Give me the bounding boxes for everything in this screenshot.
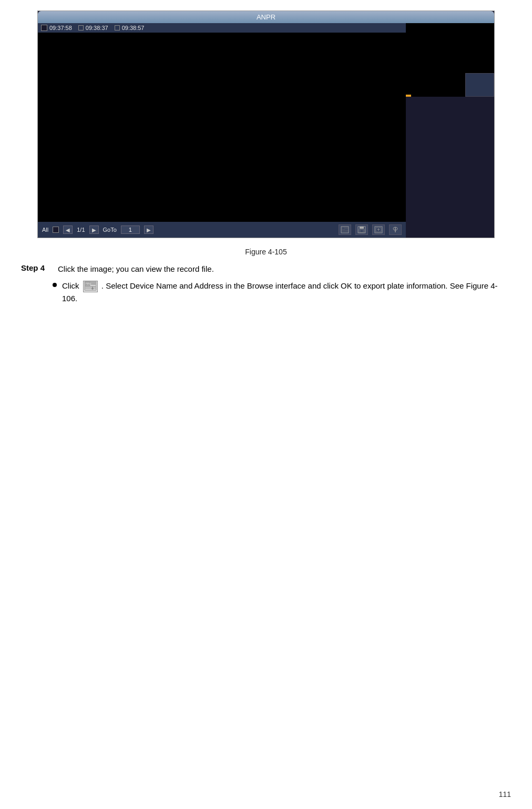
bullet-section: Click 001 . Select Device Name and xyxy=(53,280,511,305)
anpr-interface: ANPR 09:37:58 09:38:37 xyxy=(37,11,495,238)
goto-label: GoTo xyxy=(103,227,117,233)
export-icon[interactable] xyxy=(372,224,385,235)
sidebar-bottom xyxy=(406,97,494,238)
ocr-export-inline-icon[interactable]: 001 xyxy=(83,281,98,292)
bullet-rest-text: . Select Device Name and Address in the … xyxy=(62,281,498,303)
main-video-area: 09:37:58 09:38:37 09:38:57 All xyxy=(38,23,406,238)
step-section: Step 4 Click the image; you can view the… xyxy=(21,263,511,305)
anpr-title-bar: ANPR xyxy=(38,11,494,23)
sidebar-top-video xyxy=(406,23,494,97)
svg-rect-1 xyxy=(342,227,345,229)
bullet-dot xyxy=(53,283,57,287)
video-display xyxy=(38,33,406,222)
all-checkbox[interactable] xyxy=(41,25,47,31)
timeline-item-2: 09:38:37 xyxy=(78,25,108,31)
step4-text: Click the image; you can view the record… xyxy=(58,263,511,275)
play-button[interactable]: ▶ xyxy=(89,226,99,234)
next-button[interactable]: ▶ xyxy=(144,226,154,234)
anpr-title: ANPR xyxy=(257,13,275,21)
prev-button[interactable]: ◀ xyxy=(63,226,73,234)
svg-marker-25 xyxy=(91,286,94,289)
timeline-dot-3 xyxy=(115,25,120,30)
timeline-time-2: 09:38:37 xyxy=(86,25,108,31)
timeline-dot-2 xyxy=(78,25,84,30)
figure-caption: Figure 4-105 xyxy=(21,248,511,256)
pin-icon[interactable] xyxy=(389,224,402,235)
timeline-item-3: 09:38:57 xyxy=(115,25,145,31)
ocr-icon[interactable] xyxy=(339,224,351,235)
svg-text:001: 001 xyxy=(86,283,89,285)
save-icon[interactable] xyxy=(355,224,368,235)
timeline-time-3: 09:38:57 xyxy=(122,25,145,31)
right-sidebar xyxy=(406,23,494,238)
controls-bar: All ◀ 1/1 ▶ GoTo ▶ xyxy=(38,222,406,238)
svg-rect-7 xyxy=(360,227,364,229)
svg-rect-9 xyxy=(360,230,363,232)
bullet-text: Click 001 . Select Device Name and xyxy=(62,280,511,305)
sidebar-thumbnail[interactable] xyxy=(465,73,494,97)
svg-rect-17 xyxy=(85,282,96,290)
page-number: 111 xyxy=(499,790,511,798)
all-select-checkbox[interactable] xyxy=(53,227,59,233)
sidebar-orange-bar xyxy=(406,95,411,97)
page-info: 1/1 xyxy=(77,227,85,233)
svg-rect-18 xyxy=(85,282,90,285)
bullet-intro: Click xyxy=(62,281,81,290)
goto-input[interactable] xyxy=(121,226,140,234)
timeline-item-1: 09:37:58 xyxy=(41,25,72,31)
all-label: All xyxy=(42,227,48,233)
step4-label: Step 4 xyxy=(21,263,58,272)
timeline-time-1: 09:37:58 xyxy=(49,25,72,31)
timeline-bar: 09:37:58 09:38:37 09:38:57 xyxy=(38,23,406,33)
step4-row: Step 4 Click the image; you can view the… xyxy=(21,263,511,275)
